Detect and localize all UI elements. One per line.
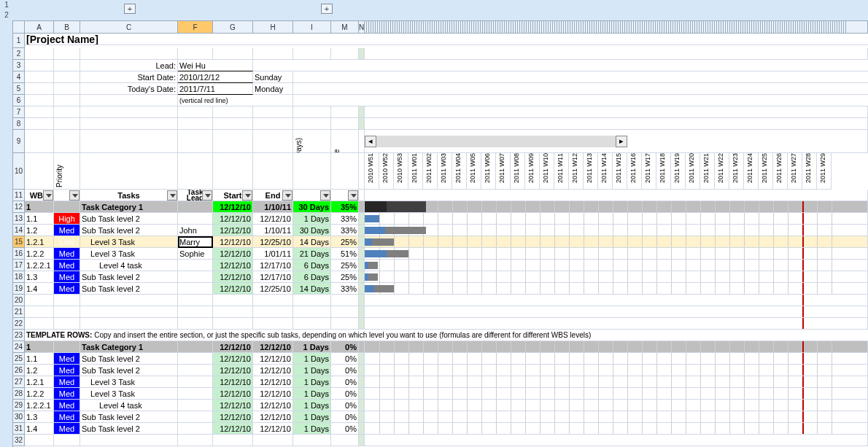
table-row[interactable]: 28 1.2.2 Med Level 3 Task 12/12/10 12/12… xyxy=(12,388,868,400)
start-date[interactable]: 12/12/10 xyxy=(213,283,253,295)
category-row[interactable]: 24 1 Task Category 1 12/12/10 12/12/10 1… xyxy=(12,341,868,353)
row-header-22[interactable]: 22 xyxy=(12,318,25,330)
pct-complete[interactable]: 0% xyxy=(331,376,359,388)
pct-complete[interactable]: 0% xyxy=(331,353,359,365)
row-header-13[interactable]: 13 xyxy=(12,213,25,225)
table-row[interactable]: 27 1.2.1 Med Level 3 Task 12/12/10 12/12… xyxy=(12,376,868,388)
row-header-19[interactable]: 19 xyxy=(12,283,25,295)
end-date[interactable]: 12/12/10 xyxy=(253,376,293,388)
table-row[interactable]: 13 1.1 High Sub Task level 2 12/12/10 12… xyxy=(12,213,868,225)
task-lead[interactable] xyxy=(178,411,213,423)
task-name[interactable]: Sub Task level 2 xyxy=(80,353,178,365)
row-header-32[interactable]: 32 xyxy=(12,435,25,446)
start-date[interactable]: 12/12/10 xyxy=(213,353,253,365)
pct-complete[interactable]: 0% xyxy=(331,400,359,411)
task-lead[interactable] xyxy=(178,213,213,225)
today-value[interactable]: 2011/7/11 xyxy=(178,83,253,95)
col-header-B[interactable]: B xyxy=(54,20,80,34)
row-header-20[interactable]: 20 xyxy=(12,295,25,306)
start-date[interactable]: 12/12/10 xyxy=(213,388,253,400)
col-header-M[interactable]: M xyxy=(331,20,359,34)
pct-complete[interactable]: 33% xyxy=(331,213,359,225)
pct-complete[interactable]: 25% xyxy=(331,260,359,271)
row-header-23[interactable]: 23 xyxy=(12,330,25,341)
task-name[interactable]: Sub Task level 2 xyxy=(80,271,178,283)
outline-level-1[interactable]: 1 xyxy=(1,0,12,10)
end-date[interactable]: 12/12/10 xyxy=(253,411,293,423)
row-header-29[interactable]: 29 xyxy=(12,400,25,411)
row-header-11[interactable]: 11 xyxy=(12,190,25,201)
row-header-26[interactable]: 26 xyxy=(12,365,25,376)
pct-complete[interactable]: 25% xyxy=(331,236,359,248)
task-name[interactable]: Level 4 task xyxy=(80,260,178,271)
task-name[interactable]: Level 3 Task xyxy=(80,388,178,400)
filter-icon[interactable] xyxy=(69,190,80,201)
end-date[interactable]: 1/10/11 xyxy=(253,225,293,236)
end-date[interactable]: 12/25/10 xyxy=(253,283,293,295)
task-name[interactable]: Sub Task level 2 xyxy=(80,225,178,236)
wbs-header[interactable]: WBS xyxy=(25,190,54,201)
table-row[interactable]: 16 1.2.2 Med Level 3 Task Sophie 12/12/1… xyxy=(12,248,868,260)
end-date[interactable]: 12/25/10 xyxy=(253,236,293,248)
filter-icon[interactable] xyxy=(202,190,212,201)
filter-icon[interactable] xyxy=(282,190,292,201)
row-header-18[interactable]: 18 xyxy=(12,271,25,283)
task-name[interactable]: Sub Task level 2 xyxy=(80,283,178,295)
pct-complete[interactable]: 33% xyxy=(331,283,359,295)
task-lead[interactable] xyxy=(178,400,213,411)
row-header-17[interactable]: 17 xyxy=(12,260,25,271)
task-name[interactable]: Sub Task level 2 xyxy=(80,423,178,435)
end-date[interactable]: 12/17/10 xyxy=(253,271,293,283)
category-row[interactable]: 12 1 Task Category 1 12/12/10 1/10/11 30… xyxy=(12,201,868,213)
table-row[interactable]: 15 1.2.1 Low Level 3 Task Marry 12/12/10… xyxy=(12,236,868,248)
start-date[interactable]: 12/12/10 xyxy=(213,260,253,271)
spreadsheet-grid[interactable]: A B C F G H I M N 1[Project Name]23 Lead… xyxy=(12,20,868,446)
outline-expand-icon[interactable]: + xyxy=(321,4,333,14)
task-lead[interactable]: Sophie xyxy=(178,248,213,260)
end-date[interactable]: 12/12/10 xyxy=(253,353,293,365)
table-row[interactable]: 25 1.1 Med Sub Task level 2 12/12/10 12/… xyxy=(12,353,868,365)
row-header-2[interactable]: 2 xyxy=(12,48,25,60)
task-lead[interactable] xyxy=(178,353,213,365)
filter-icon[interactable] xyxy=(348,190,358,201)
col-header-N[interactable]: N xyxy=(359,20,365,34)
table-row[interactable]: 31 1.4 Med Sub Task level 2 12/12/10 12/… xyxy=(12,423,868,435)
start-date[interactable]: 12/12/10 xyxy=(213,411,253,423)
row-header-16[interactable]: 16 xyxy=(12,248,25,260)
task-lead[interactable]: John xyxy=(178,225,213,236)
start-date[interactable]: 12/12/10 xyxy=(213,400,253,411)
start-date[interactable]: 12/12/10 xyxy=(213,423,253,435)
active-cell[interactable]: Marry xyxy=(178,236,213,248)
task-lead[interactable] xyxy=(178,260,213,271)
table-row[interactable]: 19 1.4 Med Sub Task level 2 12/12/10 12/… xyxy=(12,283,868,295)
scroll-right-icon[interactable]: ▸ xyxy=(616,136,627,147)
task-name[interactable]: Sub Task level 2 xyxy=(80,411,178,423)
horizontal-scrollbar[interactable]: ◂ ▸ xyxy=(365,136,627,147)
end-date[interactable]: 1/01/11 xyxy=(253,248,293,260)
end-date[interactable]: 12/12/10 xyxy=(253,388,293,400)
end-date[interactable]: 12/12/10 xyxy=(253,213,293,225)
task-name[interactable]: Level 3 Task xyxy=(80,248,178,260)
end-header[interactable]: End xyxy=(253,190,293,201)
scroll-left-icon[interactable]: ◂ xyxy=(365,136,376,147)
task-name[interactable]: Level 4 task xyxy=(80,400,178,411)
start-date[interactable]: 12/12/10 xyxy=(213,271,253,283)
tasks-header[interactable]: Tasks xyxy=(80,190,178,201)
task-lead[interactable] xyxy=(178,376,213,388)
row-header-30[interactable]: 30 xyxy=(12,411,25,423)
row-header-8[interactable]: 8 xyxy=(12,118,25,130)
pct-complete[interactable]: 0% xyxy=(331,411,359,423)
row-header-3[interactable]: 3 xyxy=(12,60,25,71)
start-date[interactable]: 12/12/10 xyxy=(213,213,253,225)
duration-filter[interactable] xyxy=(293,190,331,201)
table-row[interactable]: 26 1.2 Med Sub Task level 2 12/12/10 12/… xyxy=(12,365,868,376)
end-date[interactable]: 12/17/10 xyxy=(253,260,293,271)
row-header-7[interactable]: 7 xyxy=(12,106,25,118)
row-header-24[interactable]: 24 xyxy=(12,341,25,353)
pct-complete[interactable]: 0% xyxy=(331,388,359,400)
row-header-4[interactable]: 4 xyxy=(12,71,25,83)
col-header-A[interactable]: A xyxy=(25,20,54,34)
priority-filter[interactable] xyxy=(54,190,80,201)
start-date[interactable]: 12/12/10 xyxy=(213,236,253,248)
start-header[interactable]: Start xyxy=(213,190,253,201)
